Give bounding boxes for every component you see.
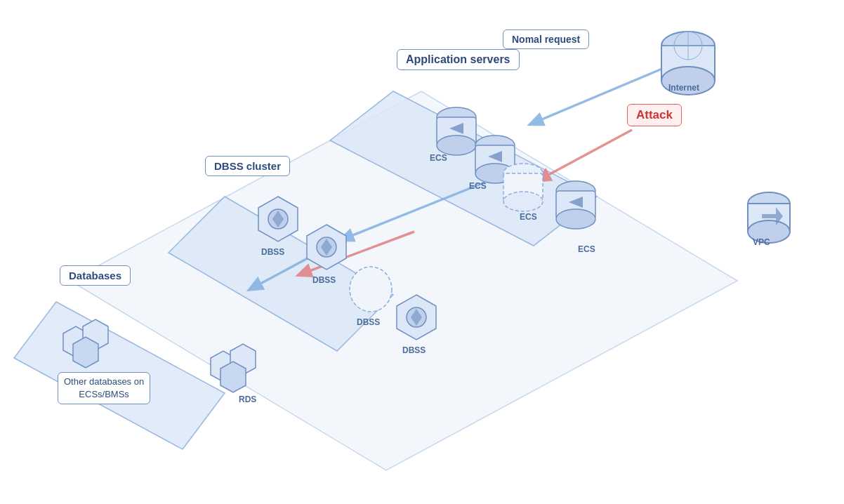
svg-marker-49 <box>73 337 98 368</box>
svg-point-21 <box>437 135 476 155</box>
svg-point-29 <box>503 192 543 211</box>
svg-line-7 <box>541 130 632 179</box>
svg-line-4 <box>534 67 667 123</box>
diagram-container: Nomal request Application servers DBSS c… <box>0 0 844 504</box>
svg-point-40 <box>350 267 392 312</box>
svg-point-11 <box>661 67 715 95</box>
svg-marker-46 <box>220 362 246 392</box>
svg-point-32 <box>556 209 595 229</box>
svg-point-17 <box>748 220 790 243</box>
